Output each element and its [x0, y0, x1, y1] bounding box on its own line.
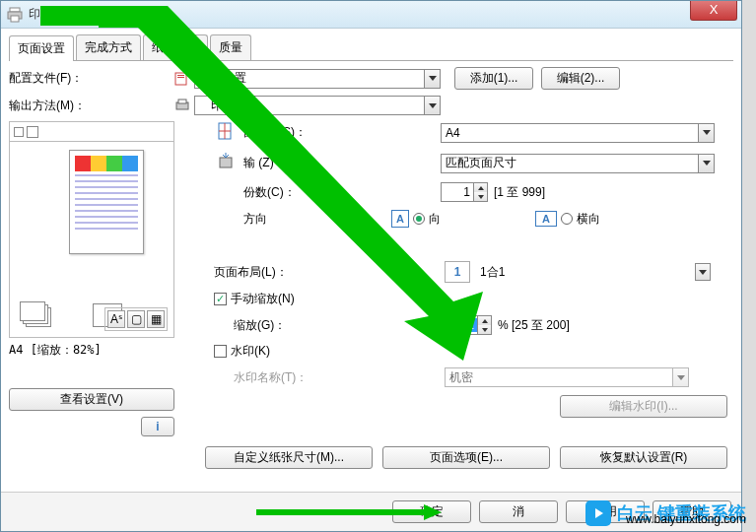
add-profile-button[interactable]: 添加(1)... [454, 67, 533, 90]
edit-profile-button[interactable]: 编辑(2)... [541, 67, 620, 90]
preview-stack-icon [20, 301, 53, 327]
page-size-icon [214, 121, 238, 144]
tab-paper-source[interactable]: 纸张来源 [143, 34, 208, 60]
preview-mode-1[interactable]: Aˢ [107, 310, 125, 328]
chevron-down-icon[interactable] [695, 263, 711, 281]
page-layout-combo[interactable]: 1合1 [476, 262, 711, 282]
preview-mode-3[interactable]: ▦ [147, 310, 165, 328]
profile-value: 默认设置 [195, 70, 424, 87]
watermark-name-value: 机密 [446, 369, 672, 386]
output-to-icon [214, 152, 238, 174]
brand-logo-icon [585, 500, 611, 526]
manual-scale-label: 手动缩放(N) [231, 291, 295, 307]
ok-button[interactable]: 确定 [392, 500, 471, 523]
tab-quality[interactable]: 质量 [210, 34, 251, 60]
scale-range: % [25 至 200] [498, 317, 570, 334]
watermark-name-combo: 机密 [445, 367, 689, 387]
preview-panel: Aˢ ▢ ▦ [9, 121, 174, 338]
page-options-button[interactable]: 页面选项(E)... [382, 446, 550, 469]
tab-page-setup[interactable]: 页面设置 [9, 35, 74, 61]
restore-defaults-button[interactable]: 恢复默认设置(R) [560, 446, 727, 469]
portrait-radio[interactable] [413, 213, 425, 225]
page-size-value: A4 [442, 126, 698, 140]
scale-down[interactable] [478, 325, 491, 334]
cancel-button[interactable]: 消 [479, 500, 558, 523]
svg-rect-5 [177, 77, 184, 78]
copies-value: 1 [442, 185, 473, 199]
brand-url: www.baiyunxitong.com [626, 512, 746, 526]
tab-strip: 页面设置 完成方式 纸张来源 质量 [9, 34, 733, 61]
chevron-down-icon[interactable] [698, 124, 714, 142]
copies-down[interactable] [474, 192, 487, 201]
preview-scale-text: A4 [缩放：82%] [9, 342, 194, 359]
printer-icon [7, 7, 23, 23]
custom-paper-button[interactable]: 自定义纸张尺寸(M)... [205, 446, 373, 469]
view-settings-button[interactable]: 查看设置(V) [9, 388, 174, 411]
svg-rect-9 [220, 158, 232, 167]
copies-range: [1 至 999] [494, 184, 545, 201]
scale-label: 缩放(G)： [234, 317, 322, 334]
watermark-label: 水印(K) [231, 343, 270, 360]
profile-icon [174, 71, 190, 87]
preview-mode-2[interactable]: ▢ [127, 310, 145, 328]
close-button[interactable]: X [690, 1, 737, 21]
output-to-combo[interactable]: 匹配页面尺寸 [441, 154, 715, 173]
scale-spinner[interactable]: 82 [445, 315, 492, 335]
output-to-value: 匹配页面尺寸 [442, 155, 698, 171]
page-size-label: 面尺寸(S)： [243, 124, 332, 141]
page-layout-label: 页面布局(L)： [214, 264, 326, 281]
info-button[interactable]: i [141, 417, 174, 436]
preview-page-icon [27, 126, 38, 138]
watermark-name-label: 水印名称(T)： [234, 369, 322, 386]
landscape-radio[interactable] [561, 213, 573, 225]
output-method-label: 输出方法(M)： [9, 98, 88, 114]
layout-tile-icon: 1 [445, 261, 470, 283]
tab-finishing[interactable]: 完成方式 [76, 34, 141, 60]
page-size-combo[interactable]: A4 [441, 123, 715, 143]
page-layout-value: 1合1 [476, 264, 695, 281]
output-method-combo[interactable]: 印 [194, 96, 441, 115]
chevron-down-icon[interactable] [424, 97, 440, 114]
scale-up[interactable] [478, 316, 491, 325]
svg-rect-4 [177, 75, 184, 76]
copies-up[interactable] [474, 183, 487, 192]
profile-label: 配置文件(F)： [9, 70, 88, 87]
orientation-label: 方向 [243, 211, 332, 228]
chevron-down-icon[interactable] [698, 155, 714, 172]
preview-square-icon [14, 127, 24, 137]
manual-scale-checkbox[interactable] [214, 293, 227, 305]
landscape-label: 横向 [577, 211, 600, 228]
preview-page-thumb [69, 150, 144, 254]
preview-mode-icons: Aˢ ▢ ▦ [104, 307, 168, 331]
svg-rect-2 [11, 16, 19, 22]
svg-rect-0 [10, 8, 20, 12]
copies-spinner[interactable]: 1 [441, 182, 488, 202]
output-method-value: 印 [195, 98, 424, 114]
svg-rect-7 [178, 100, 186, 103]
edit-watermark-button: 编辑水印(I)... [560, 395, 727, 418]
scale-value: 82 [446, 318, 477, 332]
landscape-icon: A [535, 211, 557, 227]
output-to-label: 输 (Z)： [243, 155, 332, 171]
portrait-label: 向 [429, 211, 447, 228]
printer-small-icon [174, 98, 190, 113]
chevron-down-icon[interactable] [424, 70, 440, 88]
chevron-down-icon [672, 368, 688, 386]
annotation-bar [40, 6, 107, 26]
titlebar: 印首选项 X [1, 1, 741, 29]
copies-label: 份数(C)： [243, 184, 332, 201]
print-preferences-window: 印首选项 X 页面设置 完成方式 纸张来源 质量 配置文件(F)： 默认设置 添… [0, 0, 742, 532]
profile-combo[interactable]: 默认设置 [194, 69, 441, 89]
watermark-checkbox[interactable] [214, 345, 227, 358]
svg-rect-3 [175, 73, 186, 85]
portrait-icon: A [391, 210, 409, 228]
